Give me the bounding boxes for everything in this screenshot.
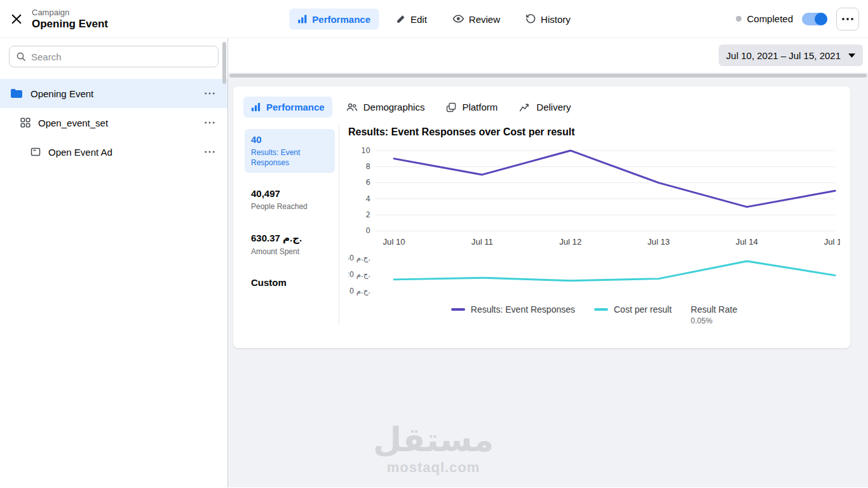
svg-text:Jul 14: Jul 14 xyxy=(736,237,758,247)
main-header: Jul 10, 2021 – Jul 15, 2021 xyxy=(228,38,868,72)
search-input[interactable] xyxy=(9,46,219,67)
delivery-icon xyxy=(519,103,531,112)
date-range-selector[interactable]: Jul 10, 2021 – Jul 15, 2021 xyxy=(719,44,863,66)
svg-text:4: 4 xyxy=(366,194,370,203)
close-button[interactable] xyxy=(5,8,28,30)
performance-card: Performance Demographics Platform xyxy=(233,86,850,348)
svg-text:Jul 10: Jul 10 xyxy=(383,237,405,247)
caret-down-icon xyxy=(848,53,855,58)
svg-text:2: 2 xyxy=(366,210,370,219)
breadcrumb: Campaign xyxy=(32,8,108,17)
tree-item-ad[interactable]: Open Event Ad xyxy=(0,137,227,166)
pencil-icon xyxy=(396,14,405,24)
page-title: Opening Event xyxy=(32,18,108,30)
card-tab-demographics[interactable]: Demographics xyxy=(339,97,433,118)
bar-chart-icon xyxy=(251,102,261,112)
horizontal-scrollbar-track xyxy=(228,72,868,79)
ad-icon xyxy=(31,147,41,157)
tree-item-adset[interactable]: Open_event_set xyxy=(0,108,227,137)
svg-text:10: 10 xyxy=(361,146,370,155)
tree-item-menu-button[interactable] xyxy=(201,143,219,161)
svg-text:Jul 15: Jul 15 xyxy=(824,237,840,247)
card-tab-delivery[interactable]: Delivery xyxy=(512,97,578,118)
metric-label: People Reached xyxy=(251,201,329,212)
metric-spend[interactable]: 630.37 ج.م. Amount Spent xyxy=(245,227,335,262)
result-rate-value: 0.05% xyxy=(691,316,737,325)
metric-reach[interactable]: 40,497 People Reached xyxy=(245,183,335,217)
tab-label: Review xyxy=(469,13,500,24)
metric-label: Results: Event Responses xyxy=(251,147,329,168)
people-icon xyxy=(346,103,358,112)
legend-label: Results: Event Responses xyxy=(471,304,575,315)
chart-legend: Results: Event Responses Cost per result… xyxy=(348,304,840,325)
eye-icon xyxy=(452,15,464,24)
status-badge: Completed xyxy=(747,13,793,24)
tab-review[interactable]: Review xyxy=(444,8,508,29)
ellipsis-icon xyxy=(842,18,853,20)
ellipsis-icon xyxy=(205,151,215,153)
metric-custom[interactable]: Custom xyxy=(245,272,335,293)
header-menu-button[interactable] xyxy=(836,8,859,30)
svg-text:Jul 11: Jul 11 xyxy=(471,237,493,247)
card-tab-performance[interactable]: Performance xyxy=(243,97,332,118)
svg-text:Jul 12: Jul 12 xyxy=(559,237,581,247)
tree-item-campaign[interactable]: Opening Event xyxy=(0,79,227,108)
sidebar-scrollbar[interactable] xyxy=(222,42,226,84)
tab-label: History xyxy=(541,13,571,24)
legend-swatch-results xyxy=(451,308,465,311)
watermark: مستقل mostaql.com xyxy=(370,422,497,476)
svg-text:40 ج.م.: 40 ج.م. xyxy=(348,254,370,262)
svg-text:Jul 13: Jul 13 xyxy=(648,237,670,247)
card-tab-label: Demographics xyxy=(363,102,425,112)
folder-icon xyxy=(10,88,23,98)
watermark-latin: mostaql.com xyxy=(370,459,497,476)
adset-icon xyxy=(20,118,31,128)
card-tab-label: Platform xyxy=(462,102,498,112)
main-panel: Jul 10, 2021 – Jul 15, 2021 Performance xyxy=(228,38,868,487)
card-tab-platform[interactable]: Platform xyxy=(438,97,505,118)
content-area: Performance Demographics Platform xyxy=(228,79,868,487)
svg-text:0: 0 xyxy=(366,226,370,235)
tab-edit[interactable]: Edit xyxy=(388,8,435,29)
status-toggle[interactable] xyxy=(802,13,827,25)
view-tabs: Performance Edit Review History xyxy=(289,8,578,29)
tree-item-label: Open_event_set xyxy=(38,118,108,128)
tree-item-menu-button[interactable] xyxy=(201,85,219,102)
header-right-controls: Completed xyxy=(736,8,859,30)
status-dot xyxy=(736,16,742,22)
legend-item-results: Results: Event Responses xyxy=(451,304,575,315)
close-icon xyxy=(11,13,22,25)
status-indicator: Completed xyxy=(736,13,793,24)
svg-text:20 ج.م.: 20 ج.م. xyxy=(348,270,370,279)
legend-item-cost: Cost per result xyxy=(594,304,672,315)
bar-chart-icon xyxy=(297,14,307,24)
tree-item-label: Opening Event xyxy=(31,88,93,99)
tab-label: Edit xyxy=(410,13,427,24)
ellipsis-icon xyxy=(205,121,215,124)
metric-results[interactable]: 40 Results: Event Responses xyxy=(245,129,335,173)
card-tab-label: Delivery xyxy=(536,102,571,112)
tree-item-label: Open Event Ad xyxy=(48,147,112,158)
svg-text:8: 8 xyxy=(366,162,370,171)
legend-swatch-cost xyxy=(594,308,608,311)
chart-column: Results: Event Responses over Cost per r… xyxy=(339,125,840,325)
tab-label: Performance xyxy=(312,13,370,24)
top-bar: Campaign Opening Event Performance Edit … xyxy=(0,0,868,38)
chart-title: Results: Event Responses over Cost per r… xyxy=(348,126,840,138)
tab-performance[interactable]: Performance xyxy=(289,8,379,29)
metric-value: 630.37 ج.م. xyxy=(251,233,329,244)
result-rate-label: Result Rate xyxy=(691,304,737,315)
tree-item-menu-button[interactable] xyxy=(201,114,219,132)
tab-history[interactable]: History xyxy=(517,8,579,29)
ellipsis-icon xyxy=(205,92,215,95)
metric-value: Custom xyxy=(251,277,329,288)
svg-text:0 ج.م.: 0 ج.م. xyxy=(349,287,370,295)
layers-icon xyxy=(446,102,456,112)
card-tab-label: Performance xyxy=(266,102,325,112)
metric-label: Amount Spent xyxy=(251,247,329,257)
campaign-title-block: Campaign Opening Event xyxy=(32,8,108,30)
svg-text:6: 6 xyxy=(366,179,370,187)
history-icon xyxy=(526,14,536,24)
horizontal-scrollbar[interactable] xyxy=(229,74,867,78)
metric-value: 40,497 xyxy=(251,188,329,199)
